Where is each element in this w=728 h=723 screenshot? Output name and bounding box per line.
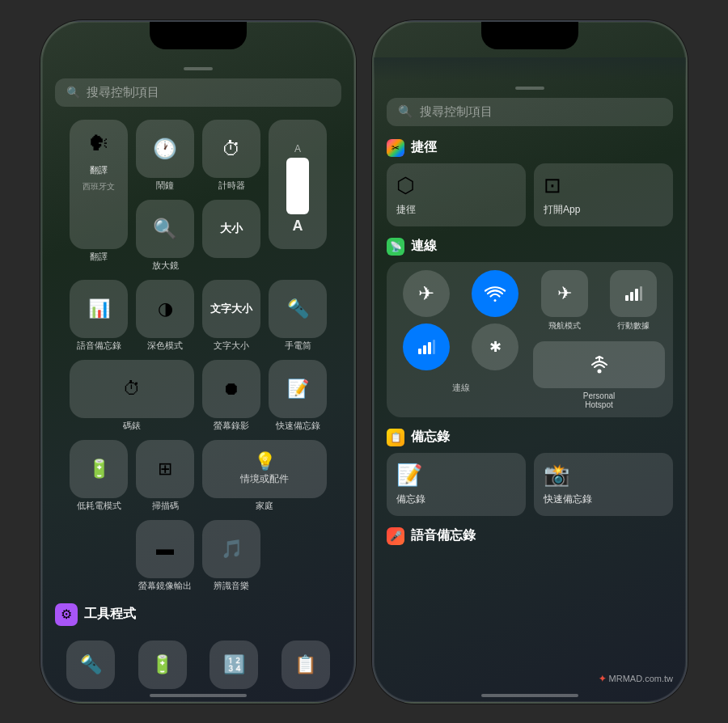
cellular-rect-label: 行動數據 [617, 320, 650, 332]
home-item: 💡 情境或配件 家庭 [202, 440, 327, 512]
watermark-text: MRMAD.com.tw [609, 674, 673, 683]
bluetooth-btn[interactable]: ✱ [464, 323, 527, 370]
low-power-item: 🔋 低耗電模式 [70, 440, 128, 512]
low-power-label: 低耗電模式 [77, 500, 121, 512]
notes-section: 📋 備忘錄 📝 備忘錄 📸 快速備忘錄 [387, 429, 673, 516]
hotspot-icon [533, 341, 665, 388]
timer-button[interactable]: ⏱ [202, 120, 260, 178]
dark-mode-item: ◑ 深色模式 [136, 280, 194, 352]
notes-item-quick[interactable]: 📸 快速備忘錄 [534, 453, 673, 516]
scan-qr-button[interactable]: ⊞ [136, 440, 194, 498]
svg-rect-3 [433, 340, 435, 354]
notes-icon-item: 📝 [396, 463, 516, 488]
phone-notch-2 [481, 22, 578, 49]
voice-memo-button[interactable]: 📊 [70, 280, 128, 338]
drag-handle-2 [515, 87, 544, 90]
flashlight-label: 手電筒 [285, 340, 311, 352]
font-slider-button[interactable]: A A [269, 120, 327, 249]
search-icon-1: 🔍 [66, 86, 80, 99]
scan-qr-item: ⊞ 掃描碼 [136, 440, 194, 512]
scroll-fade-top [374, 57, 686, 82]
svg-rect-1 [423, 345, 426, 354]
connect-section: 📡 連線 ✈ [387, 238, 673, 417]
font-size-button[interactable]: 大小 [202, 200, 260, 258]
bottom-flashlight-button[interactable]: 🔦 [66, 641, 115, 689]
voice-memo-label: 語音備忘錄 [77, 340, 121, 352]
voice-memo-title: 語音備忘錄 [411, 527, 476, 544]
cellular-circle [403, 323, 450, 370]
mirror-button[interactable]: ▬ [136, 520, 194, 578]
shortcuts-item-shortcuts[interactable]: ⬡ 捷徑 [387, 163, 526, 226]
hotspot-label: PersonalHotspot [583, 391, 615, 409]
search-bar-1[interactable]: 🔍 搜尋控制項目 [55, 78, 341, 107]
magnifier-button[interactable]: 🔍 [136, 200, 194, 258]
open-app-icon: ⊡ [544, 173, 663, 198]
quick-note-button[interactable]: 📝 [269, 360, 327, 418]
screen-rec-label: 螢幕錄影 [214, 420, 249, 432]
bluetooth-circle: ✱ [472, 323, 518, 370]
shortcuts-header: ✂ 捷徑 [387, 139, 673, 157]
home-label: 家庭 [256, 500, 273, 512]
search-placeholder-1: 搜尋控制項目 [87, 85, 159, 100]
wifi-btn[interactable] [464, 270, 527, 317]
text-size-label: 文字大小 [214, 340, 249, 352]
bottom-calc-button[interactable]: 🔢 [210, 641, 258, 689]
tools-section: ⚙ 工具程式 [55, 603, 341, 626]
translate-button[interactable]: 🗣 翻譯 西班牙文 [70, 120, 128, 249]
shazam-button[interactable]: 🎵 [202, 520, 260, 578]
phone-1: 🔍 搜尋控制項目 🗣 翻譯 西班牙文 翻譯 🕐 [40, 20, 356, 704]
bottom-battery-button[interactable]: 🔋 [138, 641, 187, 689]
alarm-button[interactable]: 🕐 [136, 120, 194, 178]
shortcuts-title: 捷徑 [411, 139, 437, 156]
cellular-rect-btn[interactable]: 行動數據 [603, 270, 666, 332]
flashlight-item: 🔦 手電筒 [269, 280, 327, 352]
connect-widget: ✈ [387, 262, 673, 417]
flashlight-button[interactable]: 🔦 [269, 280, 327, 338]
voice-memo-header: 🎤 語音備忘錄 [387, 527, 673, 545]
svg-rect-5 [630, 292, 633, 301]
notes-item-label: 備忘錄 [396, 493, 516, 506]
font-size-item: 大小 [202, 200, 260, 272]
airplane-mode-btn[interactable]: ✈ [395, 270, 458, 317]
cellular-rect-icon [610, 270, 657, 317]
voice-memo-section: 🎤 語音備忘錄 [387, 527, 673, 545]
hotspot-btn[interactable]: PersonalHotspot [533, 341, 665, 409]
magnifier-item: 🔍 放大鏡 [136, 200, 194, 272]
translate-label: 翻譯 [90, 164, 108, 176]
alarm-item: 🕐 鬧鐘 [136, 120, 194, 192]
bottom-notes-button[interactable]: 📋 [281, 641, 330, 689]
airplane-rect-btn[interactable]: ✈ 飛航模式 [533, 270, 596, 332]
font-slider-item: A A [269, 120, 327, 272]
screen-rec-button[interactable]: ⏺ [202, 360, 260, 418]
svg-point-8 [597, 369, 601, 373]
stopwatch-item: ⏱ 碼錶 [70, 360, 194, 432]
svg-rect-6 [635, 289, 638, 301]
stopwatch-button[interactable]: ⏱ [70, 360, 194, 418]
open-app-label: 打開App [544, 203, 663, 217]
notes-grid: 📝 備忘錄 📸 快速備忘錄 [387, 453, 673, 516]
mirror-item: ▬ 螢幕鏡像輸出 [136, 520, 194, 592]
svg-rect-0 [418, 349, 421, 354]
mirror-label: 螢幕鏡像輸出 [138, 580, 192, 592]
cellular-btn[interactable] [395, 323, 458, 370]
dark-mode-button[interactable]: ◑ [136, 280, 194, 338]
tools-icon: ⚙ [55, 603, 78, 626]
voice-memo-item: 📊 語音備忘錄 [70, 280, 128, 352]
airplane-rect-icon: ✈ [541, 270, 588, 317]
bottom-bar-1: 🔦 🔋 🔢 📋 [55, 641, 341, 689]
quick-notes-label: 快速備忘錄 [544, 493, 663, 506]
notes-header: 📋 備忘錄 [387, 429, 673, 446]
search-bar-2[interactable]: 🔍 搜尋控制項目 [387, 98, 673, 126]
shortcuts-grid: ⬡ 捷徑 ⊡ 打開App [387, 163, 673, 226]
search-icon-2: 🔍 [398, 104, 413, 119]
notes-item-notes[interactable]: 📝 備忘錄 [387, 453, 526, 516]
home-button[interactable]: 💡 情境或配件 [202, 440, 327, 498]
svg-rect-2 [428, 342, 431, 354]
text-size-button[interactable]: 文字大小 [202, 280, 260, 338]
quick-notes-icon: 📸 [544, 463, 663, 488]
shortcuts-item-open-app[interactable]: ⊡ 打開App [534, 163, 673, 226]
drag-handle-1 [184, 67, 213, 70]
tools-label: 工具程式 [84, 606, 136, 623]
low-power-button[interactable]: 🔋 [70, 440, 128, 498]
shortcuts-section-icon: ✂ [387, 139, 404, 157]
